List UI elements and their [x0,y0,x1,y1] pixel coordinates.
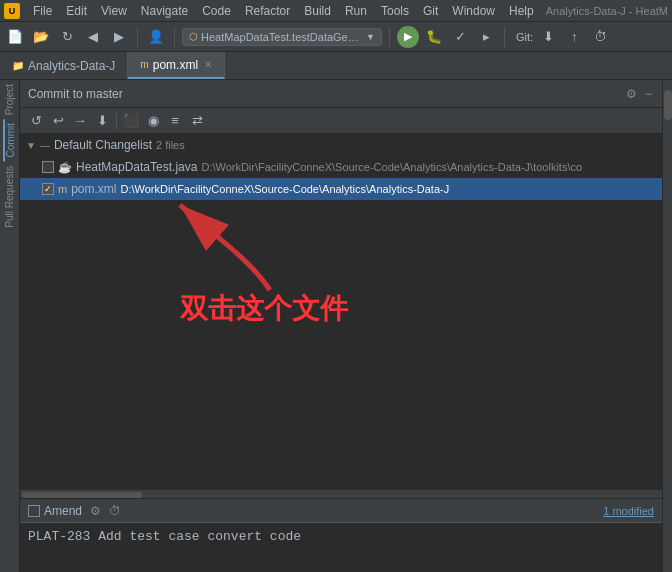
main-area: Project Commit Pull Requests Commit to m… [0,80,672,572]
open-icon[interactable]: 📂 [30,26,52,48]
toolbar-sep3 [389,27,390,47]
changelist-expand-icon: ▼ [26,140,36,151]
ct-eye-icon[interactable]: ◉ [143,111,163,131]
java-file-name: HeatMapDataTest.java [76,160,197,174]
more-run-icon[interactable]: ▸ [475,26,497,48]
modified-count[interactable]: 1 modified [603,505,654,517]
xml-file-checkbox[interactable]: ✓ [42,183,54,195]
file-row-xml[interactable]: ✓ m pom.xml D:\WorkDir\FacilityConneX\So… [20,178,662,200]
ct-sep1 [116,113,117,129]
ct-swap-icon[interactable]: ⇄ [187,111,207,131]
menu-tools[interactable]: Tools [374,2,416,20]
toolbar-sep1 [137,27,138,47]
menu-navigate[interactable]: Navigate [134,2,195,20]
xml-file-name: pom.xml [71,182,116,196]
git-history-icon[interactable]: ⏱ [589,26,611,48]
menu-view[interactable]: View [94,2,134,20]
changelist-name: Default Changelist [54,138,152,152]
run-button[interactable]: ▶ [397,26,419,48]
file-row-java[interactable]: ☕ HeatMapDataTest.java D:\WorkDir\Facili… [20,156,662,178]
project-tab-icon: 📁 [12,60,24,71]
git-update-icon[interactable]: ⬇ [537,26,559,48]
back-icon[interactable]: ◀ [82,26,104,48]
toolbar-sep4 [504,27,505,47]
xml-file-icon: m [58,183,67,195]
git-label: Git: [516,31,533,43]
menu-bar: U File Edit View Navigate Code Refactor … [0,0,672,22]
tabs-bar: 📁 Analytics-Data-J m pom.xml ✕ [0,52,672,80]
menu-edit[interactable]: Edit [59,2,94,20]
tab-analytics-label: Analytics-Data-J [28,59,115,73]
commit-panel-header: Commit to master ⚙ − [20,80,662,108]
changelist-header[interactable]: ▼ — Default Changelist 2 files [20,134,662,156]
amend-settings-icon[interactable]: ⚙ [90,504,101,518]
ct-revert-icon[interactable]: ↩ [48,111,68,131]
amend-checkbox-group[interactable]: Amend [28,504,82,518]
tab-pom[interactable]: m pom.xml ✕ [128,52,225,79]
ct-refresh-icon[interactable]: ↺ [26,111,46,131]
coverage-icon[interactable]: ✓ [449,26,471,48]
menu-git[interactable]: Git [416,2,445,20]
ct-sort-icon[interactable]: ≡ [165,111,185,131]
branch-icon: ⬡ [189,31,198,42]
tab-pom-label: pom.xml [153,58,198,72]
new-file-icon[interactable]: 📄 [4,26,26,48]
user-icon[interactable]: 👤 [145,26,167,48]
branch-dropdown-icon: ▼ [366,32,375,42]
java-file-icon: ☕ [58,161,72,174]
menu-run[interactable]: Run [338,2,374,20]
tab-close-icon[interactable]: ✕ [204,59,212,70]
sidebar-item-commit[interactable]: Commit [3,119,16,161]
ct-down-icon[interactable]: ⬇ [92,111,112,131]
menu-help[interactable]: Help [502,2,541,20]
commit-status-bar: Amend ⚙ ⏱ 1 modified [20,498,662,522]
commit-panel-title: Commit to master [28,87,123,101]
amend-checkbox[interactable] [28,505,40,517]
commit-message-text: PLAT-283 Add test case convert code [28,529,301,544]
header-icons: ⚙ − [624,85,654,103]
changelist-folder-icon: — [40,140,50,151]
settings-icon[interactable]: ⚙ [624,85,639,103]
ct-group-icon[interactable]: ⬛ [121,111,141,131]
xml-file-path: D:\WorkDir\FacilityConneX\Source-Code\An… [121,183,450,195]
menu-file[interactable]: File [26,2,59,20]
left-sidebar: Project Commit Pull Requests [0,80,20,572]
menu-refactor[interactable]: Refactor [238,2,297,20]
refresh-icon[interactable]: ↻ [56,26,78,48]
pom-tab-icon: m [140,59,148,70]
debug-icon[interactable]: 🐛 [423,26,445,48]
commit-message-area[interactable]: PLAT-283 Add test case convert code [20,522,662,572]
java-file-path: D:\WorkDir\FacilityConneX\Source-Code\An… [201,161,582,173]
git-push-icon[interactable]: ↑ [563,26,585,48]
main-toolbar: 📄 📂 ↻ ◀ ▶ 👤 ⬡ HeatMapDataTest.testDataGe… [0,22,672,52]
horizontal-scrollbar[interactable] [20,490,662,498]
right-scrollbar-thumb[interactable] [664,90,672,120]
amend-label: Amend [44,504,82,518]
app-logo: U [4,3,20,19]
sidebar-item-project[interactable]: Project [4,80,15,119]
toolbar-sep2 [174,27,175,47]
file-list: ▼ — Default Changelist 2 files ☕ HeatMap… [20,134,662,490]
branch-selector[interactable]: ⬡ HeatMapDataTest.testDataGenerator ▼ [182,28,382,46]
menu-code[interactable]: Code [195,2,238,20]
java-file-checkbox[interactable] [42,161,54,173]
commit-toolbar: ↺ ↩ → ⬇ ⬛ ◉ ≡ ⇄ [20,108,662,134]
tab-analytics[interactable]: 📁 Analytics-Data-J [0,52,128,79]
changelist-count: 2 files [156,139,185,151]
ct-arrow-icon[interactable]: → [70,111,90,131]
commit-panel: Commit to master ⚙ − ↺ ↩ → ⬇ ⬛ ◉ ≡ ⇄ ▼ —… [20,80,662,572]
forward-icon[interactable]: ▶ [108,26,130,48]
minimize-icon[interactable]: − [643,85,654,103]
menu-build[interactable]: Build [297,2,338,20]
menu-items: File Edit View Navigate Code Refactor Bu… [26,2,541,20]
amend-history-icon[interactable]: ⏱ [109,504,121,518]
branch-label: HeatMapDataTest.testDataGenerator [201,31,363,43]
menu-window[interactable]: Window [445,2,502,20]
sidebar-item-pull-requests[interactable]: Pull Requests [4,162,15,232]
right-gutter [662,80,672,572]
window-title: Analytics-Data-J - HeatM [546,5,668,17]
